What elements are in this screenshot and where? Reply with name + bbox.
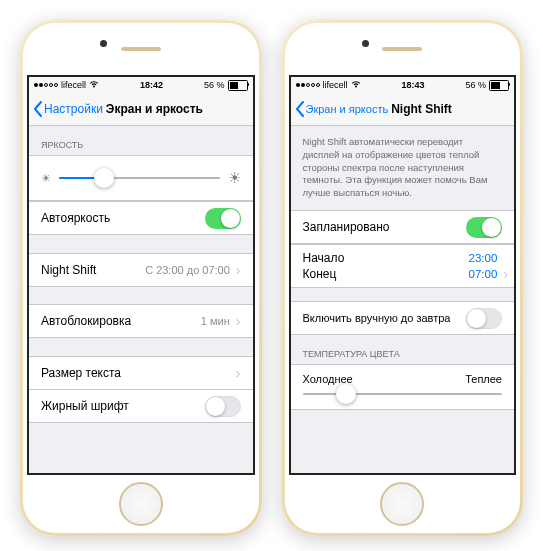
bold-text-label: Жирный шрифт — [41, 399, 205, 413]
back-button[interactable]: Экран и яркость — [295, 101, 389, 117]
home-button[interactable] — [119, 482, 163, 526]
clock: 18:43 — [401, 80, 424, 90]
page-title: Night Shift — [391, 102, 452, 116]
front-camera — [362, 40, 369, 47]
carrier-label: lifecell — [323, 80, 348, 90]
warmer-label: Теплее — [465, 373, 502, 385]
night-shift-label: Night Shift — [41, 263, 145, 277]
night-shift-detail: С 23:00 до 07:00 — [145, 264, 230, 276]
chevron-right-icon: › — [503, 266, 508, 282]
nav-bar: Настройки Экран и яркость — [29, 93, 253, 126]
home-button[interactable] — [380, 482, 424, 526]
manual-enable-toggle[interactable] — [466, 308, 502, 329]
battery-icon — [489, 80, 509, 91]
nav-bar: Экран и яркость Night Shift — [291, 93, 515, 126]
night-shift-description: Night Shift автоматически переводит дисп… — [291, 126, 515, 210]
wifi-icon — [89, 80, 99, 90]
battery-pct: 56 % — [465, 80, 486, 90]
clock: 18:42 — [140, 80, 163, 90]
speaker — [382, 47, 422, 51]
back-label: Экран и яркость — [306, 103, 389, 115]
bold-text-toggle[interactable] — [205, 396, 241, 417]
status-bar: lifecell 18:42 56 % — [29, 77, 253, 93]
status-bar: lifecell 18:43 56 % — [291, 77, 515, 93]
chevron-right-icon: › — [236, 313, 241, 329]
color-temp-header: ТЕМПЕРАТУРА ЦВЕТА — [291, 335, 515, 364]
from-label: Начало — [303, 251, 345, 265]
schedule-times-row[interactable]: Начало 23:00 › Конец 07:00 › — [291, 244, 515, 288]
signal-icon — [296, 83, 320, 87]
color-temp-slider[interactable] — [303, 393, 503, 395]
chevron-left-icon — [295, 101, 305, 117]
phone-top — [285, 23, 521, 75]
speaker — [121, 47, 161, 51]
auto-brightness-label: Автояркость — [41, 211, 205, 225]
chevron-left-icon — [33, 101, 43, 117]
brightness-slider[interactable] — [59, 177, 220, 179]
auto-brightness-row: Автояркость — [29, 201, 253, 235]
night-shift-row[interactable]: Night Shift С 23:00 до 07:00 › — [29, 253, 253, 287]
manual-enable-row: Включить вручную до завтра — [291, 301, 515, 335]
iphone-device-right: lifecell 18:43 56 % Экран и яркость Nigh… — [282, 20, 524, 536]
from-value: 23:00 — [469, 252, 498, 264]
iphone-device-left: lifecell 18:42 56 % Настройки Экран и яр… — [20, 20, 262, 536]
to-label: Конец — [303, 267, 337, 281]
to-value: 07:00 — [469, 268, 498, 280]
carrier-label: lifecell — [61, 80, 86, 90]
battery-pct: 56 % — [204, 80, 225, 90]
bold-text-row: Жирный шрифт — [29, 389, 253, 423]
page-title: Экран и яркость — [106, 102, 203, 116]
text-size-label: Размер текста — [41, 366, 234, 380]
scheduled-label: Запланировано — [303, 220, 467, 234]
front-camera — [100, 40, 107, 47]
sun-low-icon: ☀ — [41, 172, 51, 185]
wifi-icon — [351, 80, 361, 90]
chevron-right-icon: › — [236, 262, 241, 278]
color-temp-row: Холоднее Теплее — [291, 364, 515, 410]
back-label: Настройки — [44, 102, 103, 116]
scheduled-row: Запланировано — [291, 210, 515, 244]
text-size-row[interactable]: Размер текста › — [29, 356, 253, 390]
manual-enable-label: Включить вручную до завтра — [303, 312, 467, 324]
auto-lock-row[interactable]: Автоблокировка 1 мин › — [29, 304, 253, 338]
back-button[interactable]: Настройки — [33, 101, 103, 117]
sun-high-icon: ☀ — [228, 169, 241, 187]
auto-brightness-toggle[interactable] — [205, 208, 241, 229]
brightness-slider-row: ☀ ☀ — [29, 155, 253, 201]
phone-top — [23, 23, 259, 75]
brightness-header: ЯРКОСТЬ — [29, 126, 253, 155]
auto-lock-detail: 1 мин — [201, 315, 230, 327]
scheduled-toggle[interactable] — [466, 217, 502, 238]
signal-icon — [34, 83, 58, 87]
chevron-right-icon: › — [236, 365, 241, 381]
auto-lock-label: Автоблокировка — [41, 314, 201, 328]
battery-icon — [228, 80, 248, 91]
